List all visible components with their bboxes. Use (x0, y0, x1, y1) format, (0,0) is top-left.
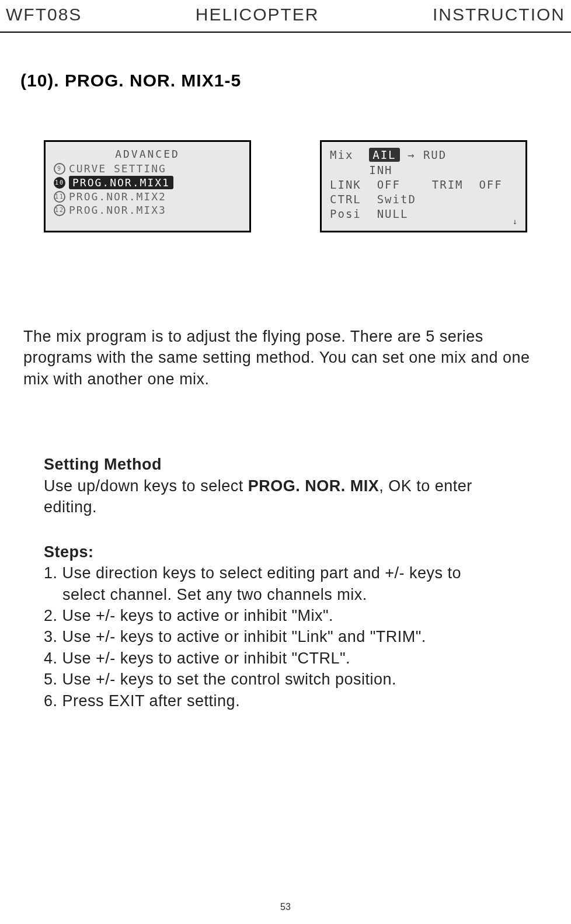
ctrl-value: SwitD (377, 193, 416, 206)
sm-bold-term: PROG. NOR. MIX (248, 477, 379, 495)
posi-label: Posi (330, 207, 361, 220)
menu-num-icon: 10 (54, 177, 65, 189)
inh-row: INH (330, 164, 517, 176)
description-text: The mix program is to adjust the flying … (23, 326, 548, 390)
trim-value: OFF (479, 178, 502, 191)
header-center: HELICOPTER (196, 5, 319, 25)
mix-to-value: RUD (423, 148, 447, 161)
setting-method-heading: Setting Method (44, 454, 527, 475)
header-right: INSTRUCTION (433, 5, 565, 25)
steps-block: Steps: 1. Use direction keys to select e… (44, 541, 527, 712)
page-number: 53 (280, 902, 291, 912)
mix-row: Mix AIL → RUD (330, 148, 517, 162)
header-left: WFT08S (6, 5, 82, 25)
menu-item-label: PROG.NOR.MIX2 (69, 190, 166, 203)
mix-label: Mix (330, 148, 353, 161)
setting-method-section: Setting Method Use up/down keys to selec… (44, 454, 527, 711)
menu-item-label: PROG.NOR.MIX1 (69, 176, 173, 189)
sm-text-before: Use up/down keys to select (44, 477, 248, 495)
screen1-title: ADVANCED (54, 148, 241, 160)
lcd-screen-advanced: ADVANCED 9 CURVE SETTING 10 PROG.NOR.MIX… (44, 140, 251, 232)
step-line: 3. Use +/- keys to active or inhibit "Li… (44, 626, 527, 647)
ctrl-row: CTRL SwitD (330, 193, 517, 206)
step-line: 1. Use direction keys to select editing … (44, 562, 527, 583)
menu-item-prog-mix3: 12 PROG.NOR.MIX3 (54, 204, 241, 216)
link-value: OFF (377, 178, 401, 191)
arrow-icon: → (408, 148, 415, 161)
menu-item-prog-mix1: 10 PROG.NOR.MIX1 (54, 176, 241, 189)
down-arrow-icon: ↓ (513, 217, 518, 226)
step-line: 2. Use +/- keys to active or inhibit "Mi… (44, 605, 527, 626)
menu-item-curve-setting: 9 CURVE SETTING (54, 162, 241, 175)
menu-num-icon: 12 (54, 204, 65, 216)
steps-heading: Steps: (44, 541, 527, 562)
menu-item-prog-mix2: 11 PROG.NOR.MIX2 (54, 190, 241, 203)
trim-label: TRIM (432, 178, 464, 191)
screens-row: ADVANCED 9 CURVE SETTING 10 PROG.NOR.MIX… (44, 140, 527, 232)
link-label: LINK (330, 178, 361, 191)
menu-num-icon: 9 (54, 163, 65, 175)
link-trim-row: LINK OFF TRIM OFF (330, 178, 517, 191)
page-header: WFT08S HELICOPTER INSTRUCTION (0, 0, 571, 33)
section-title: (10). PROG. NOR. MIX1-5 (20, 71, 571, 91)
menu-item-label: PROG.NOR.MIX3 (69, 204, 166, 216)
mix-from-value: AIL (369, 148, 399, 162)
posi-value: NULL (377, 207, 409, 220)
posi-row: Posi NULL (330, 207, 517, 220)
inh-value: INH (369, 164, 392, 176)
lcd-screen-mix: Mix AIL → RUD INH LINK OFF TRIM OFF CTRL… (320, 140, 527, 232)
menu-num-icon: 11 (54, 191, 65, 203)
menu-item-label: CURVE SETTING (69, 162, 166, 175)
step-line: 4. Use +/- keys to active or inhibit "CT… (44, 648, 527, 669)
setting-method-text: Use up/down keys to select PROG. NOR. MI… (44, 475, 527, 518)
step-line: 6. Press EXIT after setting. (44, 690, 527, 711)
step-line: select channel. Set any two channels mix… (44, 584, 527, 605)
ctrl-label: CTRL (330, 193, 361, 206)
step-line: 5. Use +/- keys to set the control switc… (44, 669, 527, 690)
